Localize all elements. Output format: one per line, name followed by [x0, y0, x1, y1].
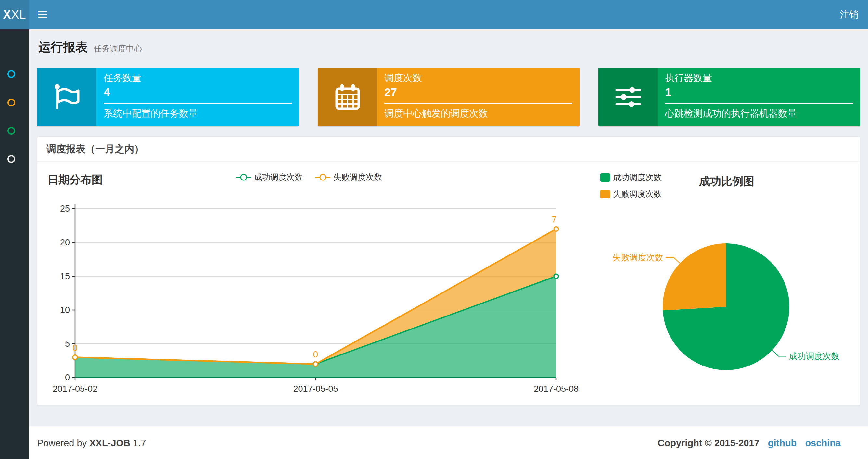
stat-box-jobs: 任务数量 4 系统中配置的任务数量 — [37, 67, 299, 126]
stat-label: 调度次数 — [384, 72, 572, 84]
line-chart-legend: 成功调度次数 失败调度次数 — [236, 172, 382, 183]
success-ratio-pie-chart: 成功调度次数失败调度次数 — [598, 182, 858, 393]
hamburger-icon[interactable] — [38, 11, 47, 19]
svg-text:5: 5 — [65, 339, 70, 349]
oschina-link[interactable]: oschina — [805, 438, 841, 448]
page-subtitle: 任务调度中心 — [94, 43, 142, 54]
page-title: 运行报表 — [38, 39, 88, 56]
powered-by: Powered by XXL-JOB 1.7 — [37, 438, 146, 449]
legend-item[interactable]: 成功调度次数 — [236, 172, 303, 183]
svg-text:2017-05-02: 2017-05-02 — [53, 384, 97, 394]
app-logo[interactable]: XXL — [0, 0, 29, 29]
page-header: 运行报表 任务调度中心 — [38, 39, 142, 56]
legend-label: 失败调度次数 — [333, 172, 382, 183]
divider — [665, 103, 853, 104]
svg-text:20: 20 — [60, 238, 70, 248]
svg-text:10: 10 — [60, 305, 70, 315]
sidebar-item-help[interactable] — [7, 155, 15, 163]
stat-value: 27 — [384, 85, 572, 99]
stat-value: 4 — [104, 85, 292, 99]
calendar-icon — [318, 67, 377, 126]
stat-box-executors: 执行器数量 1 心跳检测成功的执行器机器数量 — [598, 67, 860, 126]
svg-text:2017-05-08: 2017-05-08 — [534, 384, 579, 394]
stat-box-triggers: 调度次数 27 调度中心触发的调度次数 — [318, 67, 580, 126]
sidebar-item-dashboard[interactable] — [7, 70, 15, 78]
github-link[interactable]: github — [768, 438, 797, 448]
stat-value: 1 — [665, 85, 853, 99]
dashboard-page: XXL 注销 运行报表 任务调度中心 任务数量 4 系统中配置的任务数量 — [0, 0, 868, 459]
stat-label: 执行器数量 — [665, 72, 853, 84]
legend-label: 成功调度次数 — [254, 172, 303, 183]
svg-text:0: 0 — [313, 349, 318, 359]
svg-text:0: 0 — [65, 373, 70, 383]
divider — [384, 103, 572, 104]
copyright: Copyright © 2015-2017 github oschina — [658, 438, 841, 449]
date-distribution-chart: 05101520252017-05-022017-05-052017-05-08… — [42, 195, 594, 406]
navbar: XXL 注销 — [0, 0, 868, 29]
panel-title: 调度报表（一月之内） — [37, 137, 860, 162]
app-version: 1.7 — [133, 438, 146, 448]
svg-text:15: 15 — [60, 271, 70, 281]
flag-icon — [37, 67, 96, 126]
app-name: XXL-JOB — [89, 438, 130, 448]
logout-link[interactable]: 注销 — [840, 0, 858, 29]
logo-text: XL — [11, 8, 26, 21]
sidebar-item-job-log[interactable] — [7, 127, 15, 135]
svg-text:25: 25 — [60, 204, 70, 214]
svg-text:7: 7 — [552, 214, 557, 224]
logo-text-bold: X — [3, 8, 11, 21]
svg-text:0: 0 — [72, 343, 78, 353]
stat-desc: 系统中配置的任务数量 — [104, 107, 292, 120]
stat-desc: 心跳检测成功的执行器机器数量 — [665, 107, 853, 120]
footer: Powered by XXL-JOB 1.7 Copyright © 2015-… — [29, 426, 868, 459]
stat-label: 任务数量 — [104, 72, 292, 84]
stat-desc: 调度中心触发的调度次数 — [384, 107, 572, 120]
svg-text:2017-05-05: 2017-05-05 — [293, 384, 338, 394]
sidebar-item-job-manage[interactable] — [7, 99, 15, 106]
sliders-icon — [598, 67, 658, 126]
sidebar — [0, 29, 29, 459]
legend-label: 成功调度次数 — [613, 172, 662, 183]
svg-text:成功调度次数: 成功调度次数 — [789, 351, 839, 361]
legend-swatch — [600, 173, 610, 182]
legend-item[interactable]: 失败调度次数 — [315, 172, 382, 183]
line-chart-title: 日期分布图 — [48, 172, 103, 187]
divider — [104, 103, 292, 104]
svg-text:失败调度次数: 失败调度次数 — [613, 253, 663, 262]
legend-item[interactable]: 成功调度次数 — [600, 172, 662, 183]
